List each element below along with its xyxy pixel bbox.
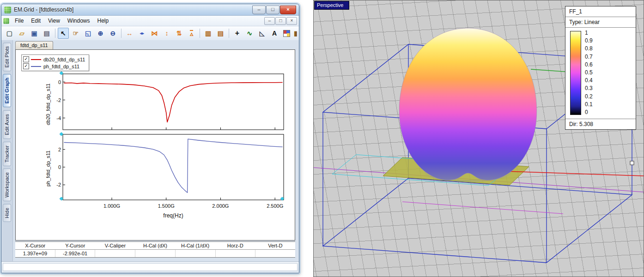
title-bar[interactable]: EM.Grid - [fdtdlesson4b] –□× bbox=[1, 4, 299, 16]
menu-file[interactable]: File bbox=[11, 17, 27, 25]
colorbar-tick-label: 0.9 bbox=[585, 37, 593, 44]
crosshair-icon[interactable]: + bbox=[231, 28, 243, 39]
toolbar-separator bbox=[229, 29, 229, 38]
mdi-minimize-button[interactable]: – bbox=[264, 17, 275, 25]
sidebar-tab-edit-plots[interactable]: Edit Plots bbox=[3, 42, 11, 71]
svg-text:2.000G: 2.000G bbox=[212, 203, 229, 209]
minimize-button[interactable]: – bbox=[252, 6, 266, 14]
maximize-button[interactable]: □ bbox=[266, 6, 279, 14]
open-file-icon[interactable]: ▱ bbox=[16, 28, 28, 39]
view-label: Perspective bbox=[314, 1, 349, 10]
legend-checkbox[interactable] bbox=[23, 63, 29, 69]
mdi-close-button[interactable]: × bbox=[286, 17, 297, 25]
zoom-in-icon[interactable]: ⊕ bbox=[95, 28, 106, 39]
svg-text:1.000G: 1.000G bbox=[103, 203, 120, 209]
menu-view[interactable]: View bbox=[44, 17, 64, 25]
status-column-header: Vert-D bbox=[255, 243, 295, 248]
fit-horizontal-icon[interactable]: ⋈ bbox=[149, 28, 160, 39]
legend-checkbox[interactable] bbox=[23, 56, 29, 62]
new-document-icon[interactable]: ▢ bbox=[4, 28, 15, 39]
colorbar-tick-label: 0.1 bbox=[585, 101, 593, 108]
pan-hand-icon[interactable]: ☞ bbox=[70, 28, 81, 39]
status-value-cell: 1.397e+09 bbox=[15, 250, 55, 257]
axis-handle-icon[interactable] bbox=[60, 131, 63, 136]
svg-text:-2: -2 bbox=[56, 97, 61, 103]
status-column-header: H-Cal (1/dX) bbox=[175, 243, 215, 248]
colorbar-tick-label: 0.6 bbox=[585, 61, 593, 68]
colorbar-tick-label: 0.3 bbox=[585, 85, 593, 91]
tracker-curve-icon[interactable]: ∿ bbox=[244, 28, 255, 39]
sidebar-tab-hide[interactable]: Hide bbox=[3, 204, 11, 222]
perspective-view[interactable]: Perspective FF_1 Type: Linear 10.90.80.7… bbox=[313, 0, 644, 277]
sidebar-tab-tracker[interactable]: Tracker bbox=[3, 142, 11, 166]
legend-item: db20_fdtd_dp_s11 bbox=[23, 56, 85, 63]
svg-text:freq(Hz): freq(Hz) bbox=[163, 212, 183, 219]
menu-items: FileEditViewWindowsHelp bbox=[11, 17, 112, 25]
menu-bar: FileEditViewWindowsHelp –□× bbox=[1, 16, 299, 26]
axis-handle-icon[interactable] bbox=[60, 196, 63, 201]
menu-windows[interactable]: Windows bbox=[64, 17, 94, 25]
save-icon[interactable]: ▣ bbox=[29, 28, 40, 39]
slope-triangle-icon[interactable]: ◺ bbox=[256, 28, 268, 39]
toolbar-separator bbox=[200, 29, 200, 38]
radiation-pattern-surface[interactable] bbox=[399, 28, 537, 180]
status-value-cell bbox=[135, 250, 176, 257]
svg-text:0: 0 bbox=[58, 164, 61, 170]
legend-item: ph_fdtd_dp_s11 bbox=[23, 63, 85, 70]
status-bar bbox=[1, 261, 299, 273]
zoom-window-icon[interactable]: ◱ bbox=[82, 28, 94, 39]
directivity-value: Dir: 5.308 bbox=[565, 119, 636, 129]
status-value-cell bbox=[216, 250, 256, 257]
fit-vertical-icon[interactable]: ▵ bbox=[186, 28, 197, 39]
emgrid-window: EM.Grid - [fdtdlesson4b] –□× FileEditVie… bbox=[1, 4, 299, 273]
plot-panel: db20_fdtd_dp_s11ph_fdtd_dp_s11 db20_fdtd… bbox=[15, 49, 295, 241]
colorbar-tick-label: 1 bbox=[585, 30, 593, 36]
svg-text:0: 0 bbox=[58, 79, 61, 85]
selection-handle[interactable] bbox=[630, 161, 634, 165]
zoom-out-icon[interactable]: ⊖ bbox=[107, 28, 119, 39]
svg-text:-4: -4 bbox=[56, 115, 61, 121]
status-value-cell: -2.992e-01 bbox=[55, 250, 96, 257]
colorbar-tick-label: 0 bbox=[585, 109, 593, 115]
marker-partial-icon[interactable]: ▮ bbox=[293, 28, 299, 39]
print-icon[interactable]: ▤ bbox=[41, 28, 53, 39]
select-cursor-icon[interactable]: ↖ bbox=[58, 28, 69, 39]
window-body: Edit PlotsEdit GraphEdit AxesTrackerWork… bbox=[1, 40, 299, 262]
status-header-row: X-CursorY-CursorV-CaliperH-Cal (dX)H-Cal… bbox=[15, 242, 295, 250]
axis-handle-icon[interactable] bbox=[280, 196, 284, 201]
stretch-vertical-icon[interactable]: ↕ bbox=[161, 28, 173, 39]
legend-line-sample bbox=[31, 66, 41, 67]
table-columns-icon[interactable]: ▥ bbox=[202, 28, 214, 39]
status-value-cell bbox=[176, 250, 216, 257]
table-rows-icon[interactable]: ▤ bbox=[215, 28, 226, 39]
colorbar-ticks: 10.90.80.70.60.50.40.30.20.10 bbox=[585, 30, 593, 115]
colorbar-tick-label: 0.5 bbox=[585, 69, 593, 76]
pan-vertical-icon[interactable]: ⇅ bbox=[173, 28, 185, 39]
status-column-header: X-Cursor bbox=[15, 243, 55, 248]
close-button[interactable]: × bbox=[280, 6, 296, 14]
svg-text:2: 2 bbox=[58, 147, 61, 152]
mdi-restore-button[interactable]: □ bbox=[275, 17, 286, 25]
colorbar-tick-label: 0.7 bbox=[585, 54, 593, 60]
sidebar-tabstrip: Edit PlotsEdit GraphEdit AxesTrackerWork… bbox=[1, 40, 13, 262]
pan-horizontal-icon[interactable]: ◂▸ bbox=[136, 28, 148, 39]
menu-edit[interactable]: Edit bbox=[27, 17, 44, 25]
color-grid-icon[interactable] bbox=[281, 28, 292, 39]
legend-label: db20_fdtd_dp_s11 bbox=[43, 57, 85, 62]
s11-magnitude-chart[interactable]: 0-2-4 bbox=[46, 71, 286, 132]
farfield-name: FF_1 bbox=[565, 6, 636, 17]
toolbar: ▢▱▣▤↖☞◱⊕⊖↔◂▸⋈↕⇅▵▥▤+∿◺A▮ bbox=[1, 26, 299, 41]
sidebar-tab-workspace[interactable]: Workspace bbox=[3, 169, 11, 201]
plot-workspace: fdtd_dp_s11 db20_fdtd_dp_s11ph_fdtd_dp_s… bbox=[13, 40, 299, 262]
text-label-icon[interactable]: A bbox=[269, 28, 280, 39]
s11-phase-chart[interactable]: 20-21.000G1.500G2.000G2.500Gfreq(Hz) bbox=[46, 133, 286, 223]
svg-text:2.500G: 2.500G bbox=[267, 203, 283, 209]
sidebar-tab-edit-graph[interactable]: Edit Graph bbox=[3, 74, 11, 107]
status-value-cell bbox=[255, 250, 295, 257]
stretch-horizontal-icon[interactable]: ↔ bbox=[124, 28, 135, 39]
sidebar-tab-edit-axes[interactable]: Edit Axes bbox=[3, 110, 11, 139]
menu-help[interactable]: Help bbox=[94, 17, 113, 25]
toolbar-separator bbox=[121, 29, 122, 38]
status-value-row: 1.397e+09-2.992e-01 bbox=[15, 250, 295, 257]
document-tab[interactable]: fdtd_dp_s11 bbox=[15, 41, 53, 50]
